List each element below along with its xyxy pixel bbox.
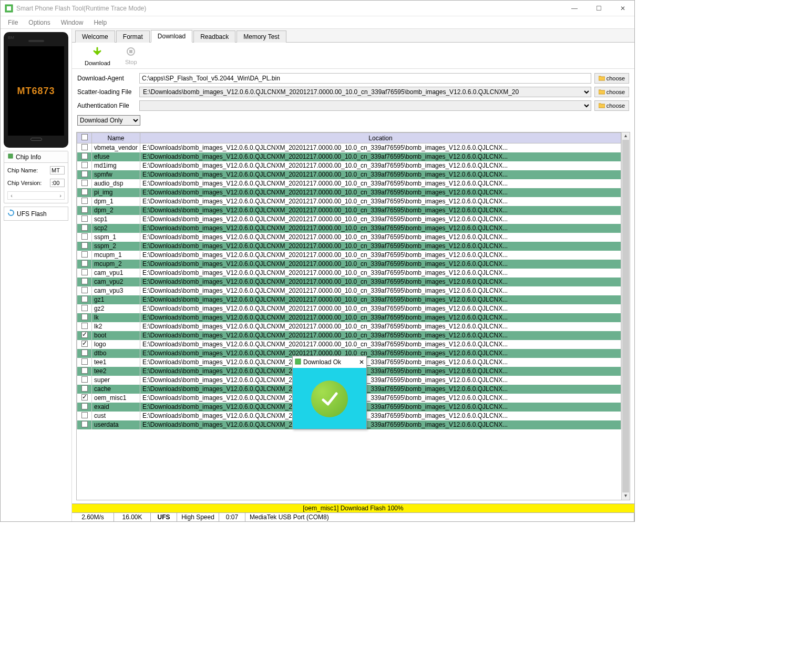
row-check[interactable] [77, 143, 92, 152]
row-check[interactable] [77, 188, 92, 197]
scatter-field[interactable]: E:\Downloads\bomb_images_V12.0.6.0.QJLCN… [139, 87, 591, 97]
table-row[interactable]: scp2E:\Downloads\bomb_images_V12.0.6.0.Q… [77, 224, 621, 233]
row-check[interactable] [77, 269, 92, 278]
row-check[interactable] [77, 331, 92, 340]
row-check[interactable] [77, 394, 92, 403]
row-check[interactable] [77, 197, 92, 206]
auth-label: Authentication File [77, 102, 136, 109]
da-choose-button[interactable]: choose [594, 73, 629, 84]
menu-window[interactable]: Window [57, 18, 88, 27]
table-row[interactable]: bootE:\Downloads\bomb_images_V12.0.6.0.Q… [77, 331, 621, 340]
row-check[interactable] [77, 367, 92, 376]
table-row[interactable]: pi_imgE:\Downloads\bomb_images_V12.0.6.0… [77, 188, 621, 197]
row-check[interactable] [77, 278, 92, 286]
table-row[interactable]: scp1E:\Downloads\bomb_images_V12.0.6.0.Q… [77, 215, 621, 224]
tab-format[interactable]: Format [116, 30, 150, 43]
row-check[interactable] [77, 412, 92, 420]
header-check[interactable] [77, 133, 92, 143]
row-check[interactable] [77, 420, 92, 429]
row-check[interactable] [77, 206, 92, 215]
row-check[interactable] [77, 179, 92, 188]
row-check[interactable] [77, 233, 92, 242]
row-check[interactable] [77, 286, 92, 295]
row-check[interactable] [77, 152, 92, 161]
table-row[interactable]: audio_dspE:\Downloads\bomb_images_V12.0.… [77, 179, 621, 188]
scatter-choose-button[interactable]: choose [594, 87, 629, 97]
phone-screen: MT6873 [8, 46, 64, 136]
chip-scroll[interactable]: ‹› [7, 191, 65, 200]
menu-help[interactable]: Help [89, 18, 111, 27]
table-row[interactable]: sspm_2E:\Downloads\bomb_images_V12.0.6.0… [77, 242, 621, 251]
table-row[interactable]: cam_vpu1E:\Downloads\bomb_images_V12.0.6… [77, 269, 621, 278]
tab-welcome[interactable]: Welcome [75, 30, 115, 43]
table-scrollbar[interactable]: ▴ ▾ [621, 132, 630, 500]
tab-memory-test[interactable]: Memory Test [237, 30, 286, 43]
row-check[interactable] [77, 170, 92, 179]
row-check[interactable] [77, 161, 92, 170]
download-button[interactable]: Download [85, 47, 110, 66]
table-row[interactable]: logoE:\Downloads\bomb_images_V12.0.6.0.Q… [77, 340, 621, 349]
da-field[interactable] [139, 73, 591, 84]
table-row[interactable]: mcupm_1E:\Downloads\bomb_images_V12.0.6.… [77, 251, 621, 260]
checkbox-icon [81, 367, 88, 374]
table-row[interactable]: md1imgE:\Downloads\bomb_images_V12.0.6.0… [77, 161, 621, 170]
status-mode: High Speed [177, 513, 219, 521]
chip-version-field[interactable] [50, 179, 65, 187]
stop-button[interactable]: Stop [125, 47, 137, 66]
row-check[interactable] [77, 340, 92, 349]
row-location: E:\Downloads\bomb_images_V12.0.6.0.QJLCN… [140, 260, 621, 269]
download-mode-select[interactable]: Download Only [77, 115, 140, 126]
table-row[interactable]: vbmeta_vendorE:\Downloads\bomb_images_V1… [77, 143, 621, 152]
stop-icon [126, 47, 136, 58]
table-row[interactable]: cam_vpu2E:\Downloads\bomb_images_V12.0.6… [77, 278, 621, 286]
row-check[interactable] [77, 349, 92, 358]
menu-file[interactable]: File [4, 18, 22, 27]
row-check[interactable] [77, 242, 92, 251]
row-location: E:\Downloads\bomb_images_V12.0.6.0.QJLCN… [140, 349, 621, 358]
table-row[interactable]: gz2E:\Downloads\bomb_images_V12.0.6.0.QJ… [77, 304, 621, 313]
row-check[interactable] [77, 313, 92, 322]
auth-field[interactable] [139, 100, 591, 111]
header-location[interactable]: Location [140, 133, 621, 143]
row-check[interactable] [77, 260, 92, 269]
table-row[interactable]: dpm_1E:\Downloads\bomb_images_V12.0.6.0.… [77, 197, 621, 206]
maximize-button[interactable]: ☐ [591, 3, 606, 14]
table-row[interactable]: sspm_1E:\Downloads\bomb_images_V12.0.6.0… [77, 233, 621, 242]
table-row[interactable]: lk2E:\Downloads\bomb_images_V12.0.6.0.QJ… [77, 322, 621, 331]
phone-speaker [28, 40, 44, 42]
chip-version-label: Chip Version: [7, 180, 42, 186]
tab-readback[interactable]: Readback [193, 30, 235, 43]
table-row[interactable]: spmfwE:\Downloads\bomb_images_V12.0.6.0.… [77, 170, 621, 179]
table-row[interactable]: dpm_2E:\Downloads\bomb_images_V12.0.6.0.… [77, 206, 621, 215]
row-check[interactable] [77, 322, 92, 331]
checkbox-icon [81, 144, 88, 150]
chip-name-field[interactable] [50, 166, 65, 174]
row-check[interactable] [77, 376, 92, 385]
table-row[interactable]: cam_vpu3E:\Downloads\bomb_images_V12.0.6… [77, 286, 621, 295]
header-name[interactable]: Name [92, 133, 140, 143]
auth-choose-button[interactable]: choose [594, 100, 629, 111]
row-check[interactable] [77, 403, 92, 412]
table-row[interactable]: mcupm_2E:\Downloads\bomb_images_V12.0.6.… [77, 260, 621, 269]
tab-download[interactable]: Download [151, 30, 192, 43]
dialog-close-button[interactable]: ✕ [359, 358, 364, 366]
checkbox-icon [81, 189, 88, 195]
row-check[interactable] [77, 304, 92, 313]
row-check[interactable] [77, 385, 92, 394]
menu-options[interactable]: Options [24, 18, 54, 27]
scroll-thumb[interactable] [622, 140, 629, 492]
row-check[interactable] [77, 358, 92, 367]
svg-rect-5 [295, 359, 301, 364]
close-button[interactable]: ✕ [615, 3, 630, 14]
row-check[interactable] [77, 224, 92, 233]
row-check[interactable] [77, 215, 92, 224]
ufs-flash-button[interactable]: UFS Flash [4, 207, 68, 221]
row-check[interactable] [77, 251, 92, 260]
scroll-down-icon: ▾ [622, 492, 630, 500]
minimize-button[interactable]: — [567, 3, 582, 14]
table-row[interactable]: efuseE:\Downloads\bomb_images_V12.0.6.0.… [77, 152, 621, 161]
table-row[interactable]: gz1E:\Downloads\bomb_images_V12.0.6.0.QJ… [77, 295, 621, 304]
row-location: E:\Downloads\bomb_images_V12.0.6.0.QJLCN… [140, 358, 621, 367]
row-check[interactable] [77, 295, 92, 304]
table-row[interactable]: lkE:\Downloads\bomb_images_V12.0.6.0.QJL… [77, 313, 621, 322]
